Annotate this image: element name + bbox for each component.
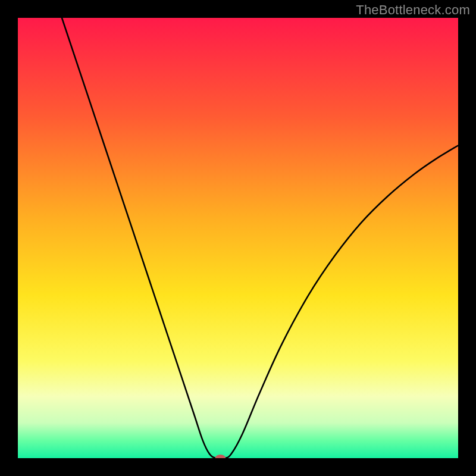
bottleneck-chart bbox=[18, 18, 458, 458]
chart-frame: TheBottleneck.com bbox=[0, 0, 476, 476]
plot-area bbox=[18, 18, 458, 458]
watermark-label: TheBottleneck.com bbox=[356, 2, 470, 18]
